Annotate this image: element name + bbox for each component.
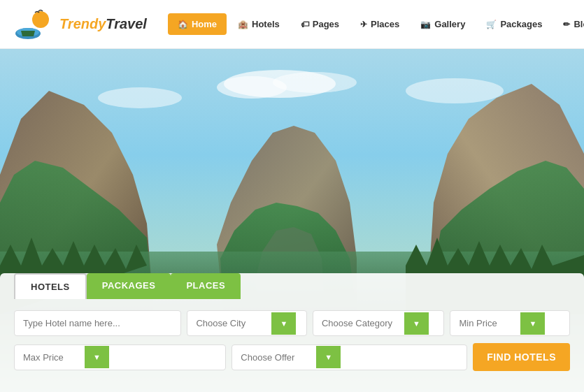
offer-input[interactable] bbox=[232, 345, 316, 370]
pages-icon: 🏷 bbox=[301, 20, 309, 29]
svg-point-7 bbox=[273, 72, 357, 93]
nav-pages[interactable]: 🏷 Pages bbox=[291, 13, 349, 35]
category-field bbox=[313, 310, 445, 336]
logo: TrendyTravel bbox=[14, 7, 147, 42]
logo-icon bbox=[14, 7, 56, 42]
hotel-name-field bbox=[14, 310, 181, 336]
search-tabs: HOTELS PACKAGES PLACES bbox=[14, 273, 570, 299]
city-dropdown-btn[interactable] bbox=[271, 312, 296, 335]
places-icon: ✈ bbox=[360, 20, 367, 29]
search-row-2: FIND HOTELS bbox=[14, 343, 570, 371]
tab-packages[interactable]: PACKAGES bbox=[87, 273, 171, 299]
min-price-field bbox=[450, 310, 570, 336]
nav-places[interactable]: ✈ Places bbox=[350, 13, 409, 35]
max-price-dropdown-btn[interactable] bbox=[85, 346, 109, 368]
min-price-dropdown-btn[interactable] bbox=[520, 312, 545, 335]
blog-icon: ✏ bbox=[563, 20, 570, 29]
svg-point-8 bbox=[98, 87, 182, 108]
header: TrendyTravel 🏠 Home 🏨 Hotels 🏷 Pages ✈ P… bbox=[0, 0, 584, 49]
nav-blog[interactable]: ✏ Blog bbox=[553, 13, 584, 35]
home-icon: 🏠 bbox=[178, 20, 188, 29]
max-price-field bbox=[14, 344, 226, 370]
logo-text: TrendyTravel bbox=[59, 16, 147, 32]
svg-marker-3 bbox=[21, 31, 35, 36]
category-input[interactable] bbox=[313, 311, 404, 335]
main-nav: 🏠 Home 🏨 Hotels 🏷 Pages ✈ Places 📷 Galle… bbox=[168, 13, 584, 35]
nav-packages[interactable]: 🛒 Packages bbox=[476, 13, 552, 35]
svg-point-0 bbox=[32, 11, 49, 28]
offer-field bbox=[232, 344, 467, 370]
nav-home[interactable]: 🏠 Home bbox=[168, 13, 227, 35]
search-panel: HOTELS PACKAGES PLACES bbox=[0, 273, 584, 392]
tab-places[interactable]: PLACES bbox=[171, 273, 241, 299]
nav-gallery[interactable]: 📷 Gallery bbox=[411, 13, 475, 35]
category-dropdown-btn[interactable] bbox=[404, 312, 429, 335]
search-row-1 bbox=[14, 310, 570, 336]
find-hotels-button[interactable]: FIND HOTELS bbox=[473, 343, 570, 371]
min-price-input[interactable] bbox=[450, 311, 520, 335]
city-input[interactable] bbox=[187, 311, 271, 335]
nav-hotels[interactable]: 🏨 Hotels bbox=[228, 13, 290, 35]
hero-section: HOTELS PACKAGES PLACES bbox=[0, 49, 584, 392]
offer-dropdown-btn[interactable] bbox=[316, 346, 341, 368]
max-price-input[interactable] bbox=[15, 345, 85, 370]
packages-icon: 🛒 bbox=[486, 20, 497, 29]
city-field bbox=[187, 310, 307, 336]
hotel-name-input[interactable] bbox=[15, 311, 144, 335]
gallery-icon: 📷 bbox=[420, 20, 431, 29]
hotels-icon: 🏨 bbox=[238, 20, 248, 29]
tab-hotels[interactable]: HOTELS bbox=[14, 273, 87, 299]
svg-point-9 bbox=[406, 78, 504, 103]
